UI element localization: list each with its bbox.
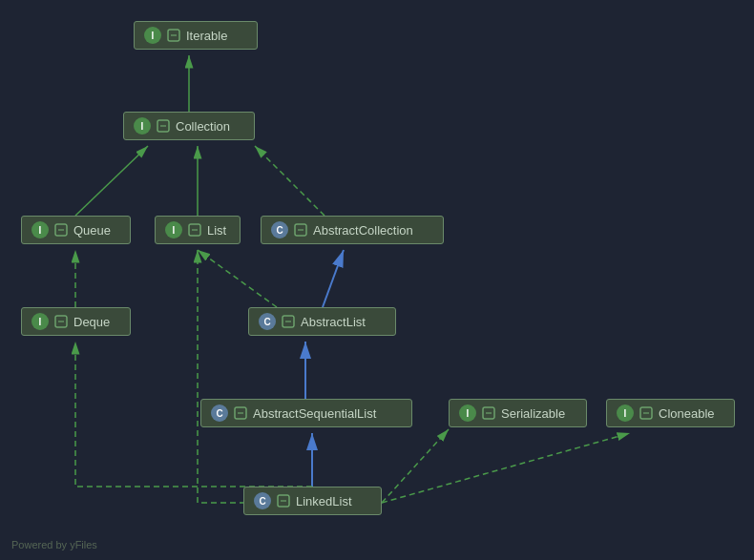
interface-icon-list	[188, 223, 201, 237]
label-list: List	[207, 223, 226, 238]
icon-abstract-list: C	[259, 313, 276, 330]
node-linked-list[interactable]: C LinkedList	[243, 487, 382, 515]
icon-collection: I	[134, 117, 151, 135]
diagram-container: I Iterable I Collection I Queue I List C	[0, 0, 754, 560]
node-cloneable[interactable]: I Cloneable	[606, 399, 735, 427]
icon-serializable: I	[459, 404, 476, 422]
svg-line-10	[382, 433, 630, 503]
powered-by-label: Powered by yFiles	[11, 539, 97, 550]
label-abstract-sequential-list: AbstractSequentialList	[253, 406, 376, 421]
icon-abstract-collection: C	[271, 221, 288, 239]
svg-line-1	[75, 146, 148, 216]
arrows-svg	[0, 0, 754, 560]
icon-deque: I	[31, 313, 49, 330]
icon-cloneable: I	[617, 404, 634, 422]
interface-icon-queue	[54, 223, 68, 237]
icon-list: I	[165, 221, 182, 239]
node-deque[interactable]: I Deque	[21, 307, 131, 336]
node-serializable[interactable]: I Serializable	[449, 399, 587, 427]
node-list[interactable]: I List	[155, 216, 241, 244]
svg-line-5	[198, 250, 277, 307]
label-collection: Collection	[176, 119, 230, 134]
icon-abstract-sequential-list: C	[211, 404, 228, 422]
interface-icon-collection	[157, 119, 170, 133]
label-cloneable: Cloneable	[659, 406, 715, 421]
class-icon-linked-list	[277, 494, 290, 508]
interface-icon-serializable	[482, 406, 495, 420]
svg-line-3	[255, 146, 325, 216]
label-iterable: Iterable	[186, 29, 227, 43]
interface-icon-deque	[54, 315, 68, 328]
icon-iterable: I	[144, 27, 161, 44]
label-abstract-collection: AbstractCollection	[313, 223, 413, 238]
node-collection[interactable]: I Collection	[123, 112, 255, 140]
label-queue: Queue	[73, 223, 111, 238]
node-abstract-list[interactable]: C AbstractList	[248, 307, 396, 336]
node-abstract-collection[interactable]: C AbstractCollection	[261, 216, 444, 244]
class-icon-abstract-collection	[294, 223, 307, 237]
class-icon-abstract-sequential-list	[234, 406, 247, 420]
svg-line-9	[382, 429, 449, 503]
label-abstract-list: AbstractList	[301, 315, 366, 329]
icon-linked-list: C	[254, 492, 271, 509]
class-icon-abstract-list	[282, 315, 295, 328]
svg-line-6	[323, 250, 344, 307]
label-linked-list: LinkedList	[296, 494, 352, 508]
node-abstract-sequential-list[interactable]: C AbstractSequentialList	[200, 399, 412, 427]
interface-icon-cloneable	[639, 406, 653, 420]
node-iterable[interactable]: I Iterable	[134, 21, 258, 50]
label-serializable: Serializable	[501, 406, 565, 421]
label-deque: Deque	[73, 315, 110, 329]
icon-queue: I	[31, 221, 49, 239]
node-queue[interactable]: I Queue	[21, 216, 131, 244]
interface-icon-iterable	[167, 29, 180, 42]
